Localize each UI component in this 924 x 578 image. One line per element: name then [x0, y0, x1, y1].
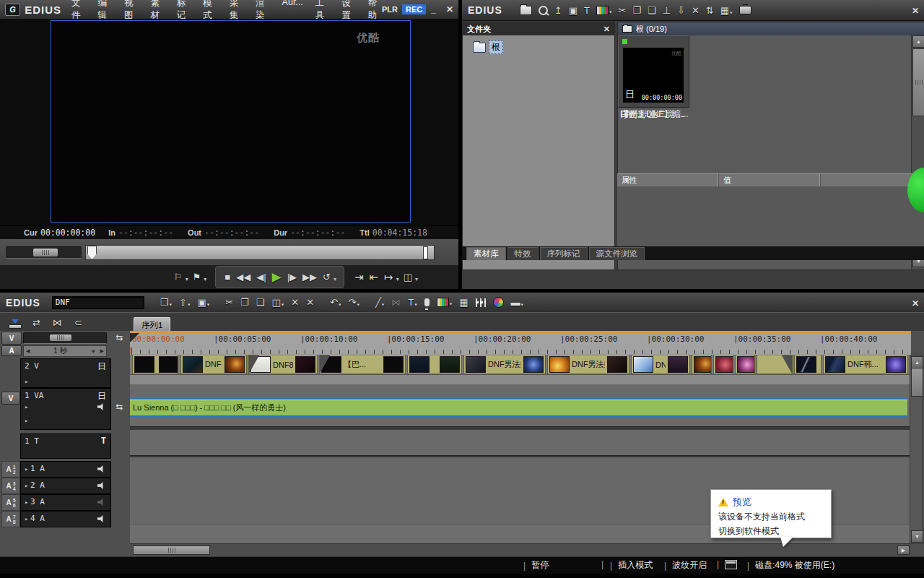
- jog-mode-button[interactable]: ↦: [381, 269, 396, 285]
- zoom-scale-select[interactable]: ◀ 1 秒 ▼ ▶: [23, 345, 107, 357]
- speaker-icon[interactable]: [97, 515, 106, 522]
- timeline-clip[interactable]: [794, 355, 821, 374]
- export-icon[interactable]: ▾: [437, 298, 453, 307]
- cut-icon[interactable]: ✂▾: [225, 297, 233, 308]
- folder-tree-root[interactable]: 根: [473, 40, 503, 54]
- audio-track-header[interactable]: ▸ 2 A: [20, 478, 111, 494]
- rewind-button[interactable]: ◀◀: [233, 270, 253, 284]
- set-in-point-button[interactable]: ⚐: [171, 270, 186, 284]
- insert-mode-icon[interactable]: [9, 317, 20, 328]
- scroll-up-icon[interactable]: ▲: [911, 356, 923, 368]
- speaker-icon[interactable]: [97, 482, 106, 489]
- window-mode-icon[interactable]: [725, 560, 737, 569]
- minimize-button[interactable]: _: [426, 4, 441, 14]
- layout-icon[interactable]: ▬▾: [511, 297, 524, 308]
- video-mute-button[interactable]: V: [1, 332, 22, 345]
- audio-track-header[interactable]: ▸ 4 A: [20, 511, 111, 527]
- new-folder-icon[interactable]: ▾: [520, 6, 532, 15]
- expand-icon[interactable]: ▸: [25, 499, 28, 506]
- scroll-down-icon[interactable]: ▼: [911, 530, 923, 543]
- project-name-field[interactable]: [52, 296, 144, 309]
- play-button[interactable]: ▶: [269, 268, 284, 286]
- snap-icon[interactable]: ⊂: [74, 317, 82, 328]
- speaker-icon[interactable]: [97, 465, 106, 473]
- set-out-dropdown-icon[interactable]: ▾: [204, 276, 206, 282]
- create-title-icon[interactable]: T▾: [584, 5, 590, 16]
- bin-tab[interactable]: 素材库: [466, 247, 506, 260]
- colorbars-icon[interactable]: ▾: [596, 6, 612, 15]
- toolbox-icon[interactable]: ▾: [739, 6, 751, 14]
- loop-dropdown-icon[interactable]: ▾: [334, 276, 336, 282]
- redo-icon[interactable]: ↷▾: [348, 297, 359, 308]
- zoom-left-icon[interactable]: ◀: [24, 348, 32, 354]
- ripple-mode-icon[interactable]: ⇄: [32, 317, 40, 328]
- search-icon[interactable]: ▾: [539, 6, 548, 15]
- bin-scroll-thumb[interactable]: [912, 48, 924, 116]
- copy-icon[interactable]: ❐▾: [240, 297, 249, 308]
- fast-forward-button[interactable]: ▶▶: [300, 270, 320, 284]
- audio-channel-cell[interactable]: A 78: [1, 511, 20, 527]
- export-to-deck-button[interactable]: ◫: [401, 270, 415, 284]
- timeline-clip[interactable]: DNF韩...: [823, 355, 908, 374]
- duplicate-icon[interactable]: ◫▾: [271, 297, 284, 308]
- vscroll-thumb[interactable]: [911, 368, 923, 397]
- set-out-point-button[interactable]: ⚑: [190, 270, 204, 284]
- audio-channel-cell[interactable]: A 56: [1, 494, 20, 511]
- set-in-dropdown-icon[interactable]: ▾: [186, 276, 188, 282]
- speaker-icon[interactable]: [97, 499, 106, 506]
- zoom-dropdown-icon[interactable]: ▼: [89, 349, 98, 354]
- timeline-clip[interactable]: 【巴...: [319, 355, 406, 374]
- title-icon[interactable]: T▾: [408, 297, 417, 308]
- sort-icon[interactable]: ⇅▾: [706, 5, 714, 16]
- close-button[interactable]: ✕: [441, 4, 458, 14]
- add-clip-icon[interactable]: ▣▾: [569, 5, 578, 16]
- timeline-clip[interactable]: DNF男法师...: [463, 355, 546, 374]
- audio-mute-button[interactable]: A: [1, 345, 22, 356]
- timeline-ruler[interactable]: 00:00:00:00|00:00:05:00|00:00:10:00|00:0…: [130, 331, 911, 355]
- track-header-1t[interactable]: 1 T T: [20, 434, 111, 459]
- timeline-clip[interactable]: [713, 355, 733, 374]
- open-project-icon[interactable]: ⇧▾: [179, 297, 190, 308]
- hscroll-thumb[interactable]: [133, 545, 210, 555]
- paste-icon[interactable]: ❏▾: [648, 5, 656, 16]
- timeline-vscrollbar[interactable]: ▲ ▼: [910, 355, 923, 544]
- speaker-icon[interactable]: [97, 403, 106, 410]
- mic-icon[interactable]: ▾: [424, 298, 430, 306]
- up-level-icon[interactable]: ↥▾: [554, 5, 562, 16]
- bin-close-button[interactable]: ✕: [907, 6, 924, 16]
- scroll-right-icon[interactable]: ▶: [897, 545, 910, 555]
- previous-frame-button[interactable]: ◀|: [253, 270, 269, 284]
- expand-icon[interactable]: ▸: [25, 515, 28, 522]
- plr-indicator[interactable]: PLR: [382, 5, 398, 14]
- track-header-1va[interactable]: 1 VA 日 ▸ ▸: [20, 388, 111, 430]
- color-wheel-icon[interactable]: ▾: [493, 297, 504, 308]
- cut-remove-icon[interactable]: ✕▾: [291, 297, 299, 308]
- next-frame-button[interactable]: |▶: [284, 270, 300, 284]
- timeline-clip[interactable]: [407, 355, 462, 374]
- audio-track-header[interactable]: ▸ 1 A: [20, 461, 111, 478]
- stop-button[interactable]: ■: [222, 270, 233, 284]
- jog-dropdown-icon[interactable]: ▾: [396, 276, 399, 282]
- pin-icon[interactable]: ⊥▾: [663, 5, 671, 16]
- insert-mode-status[interactable]: 插入模式: [618, 559, 653, 571]
- delete-icon[interactable]: ✕▾: [692, 5, 699, 16]
- scrubber-playhead[interactable]: [87, 246, 97, 259]
- va-patch-icon[interactable]: ⇆: [110, 400, 129, 414]
- bin-tab[interactable]: 特效: [507, 247, 539, 260]
- undo-icon[interactable]: ↶▾: [330, 297, 341, 308]
- deck-dropdown-icon[interactable]: ▾: [415, 276, 418, 282]
- timeline-clip[interactable]: DNF 职...: [180, 355, 247, 374]
- value-column-header[interactable]: 值: [719, 174, 821, 186]
- expand-icon[interactable]: ▸: [25, 403, 28, 410]
- expand-icon[interactable]: ▸: [25, 417, 28, 424]
- expand-icon[interactable]: ▸: [25, 378, 28, 385]
- timeline-clip[interactable]: [735, 355, 755, 374]
- shuttle-slider[interactable]: [6, 246, 82, 259]
- expand-icon[interactable]: ▸: [25, 465, 28, 473]
- sequence-tab[interactable]: 序列1: [134, 317, 170, 332]
- scroll-up-icon[interactable]: ▲: [912, 35, 924, 48]
- track-header-2v[interactable]: 2 V 日 ▸: [20, 358, 111, 388]
- timeline-clip[interactable]: [692, 355, 712, 374]
- ripple-delete-icon[interactable]: ✕▾: [306, 297, 314, 308]
- timeline-zoom-slider[interactable]: [23, 332, 107, 344]
